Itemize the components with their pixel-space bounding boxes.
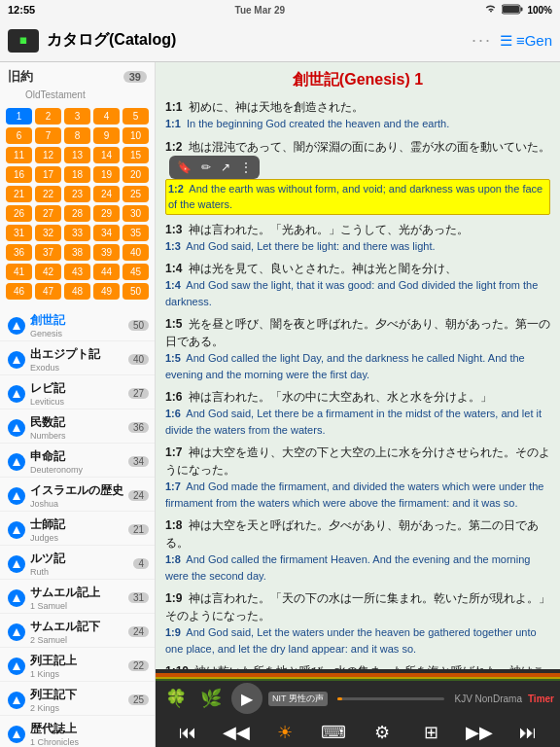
status-date: Tue Mar 29 xyxy=(235,5,286,16)
settings-icon[interactable]: ⚙ xyxy=(368,718,397,747)
chapter-btn-5[interactable]: 5 xyxy=(122,108,149,124)
chapter-btn-9[interactable]: 9 xyxy=(93,127,120,144)
timer-label[interactable]: Timer xyxy=(528,694,554,704)
chapter-btn-43[interactable]: 43 xyxy=(64,264,90,280)
chapter-btn-2[interactable]: 2 xyxy=(35,108,61,124)
book-item-judges[interactable]: 士師記 Judges 21 xyxy=(0,512,155,546)
chapter-btn-27[interactable]: 27 xyxy=(35,205,61,222)
chapter-btn-33[interactable]: 33 xyxy=(64,225,90,241)
chapter-btn-29[interactable]: 29 xyxy=(93,205,120,222)
battery-pct: 100% xyxy=(527,5,552,16)
chapter-btn-37[interactable]: 37 xyxy=(35,244,61,261)
status-time: 12:55 xyxy=(8,4,35,16)
chapter-btn-50[interactable]: 50 xyxy=(122,283,149,300)
chapter-btn-14[interactable]: 14 xyxy=(93,147,120,163)
chapter-btn-19[interactable]: 19 xyxy=(93,166,120,183)
chapter-btn-46[interactable]: 46 xyxy=(6,283,32,300)
book-name: 士師記 xyxy=(30,516,128,533)
book-item-ruth[interactable]: ルツ記 Ruth 4 xyxy=(0,546,155,580)
end-icon[interactable]: ⏭ xyxy=(513,718,542,747)
chapter-btn-36[interactable]: 36 xyxy=(6,244,32,261)
book-item-numbers[interactable]: 民数記 Numbers 36 xyxy=(0,409,155,444)
back-icon[interactable]: ⏮ xyxy=(173,718,202,747)
chapter-btn-25[interactable]: 25 xyxy=(122,186,149,202)
content-scroll[interactable]: 創世記(Genesis) 1 1:1 初めに、神は天地を創造された。 1:1 I… xyxy=(156,62,560,669)
book-icon-2samuel xyxy=(8,623,25,641)
bookmark-btn[interactable]: 🔖 xyxy=(173,158,195,177)
chapter-btn-45[interactable]: 45 xyxy=(122,264,149,280)
sun-icon[interactable]: ☀ xyxy=(270,718,299,747)
verse-1-4: 1:4 神は光を見て、良いとされた。神は光と闇を分け、 1:4 And God … xyxy=(165,260,550,309)
gen-button[interactable]: ☰ ≡Gen xyxy=(500,32,552,50)
rewind-icon[interactable]: ◀◀ xyxy=(222,718,251,747)
chapter-btn-1[interactable]: 1 xyxy=(6,108,32,124)
chapter-btn-38[interactable]: 38 xyxy=(64,244,90,261)
chapter-btn-15[interactable]: 15 xyxy=(122,147,149,163)
chapter-btn-8[interactable]: 8 xyxy=(64,127,90,144)
chapter-btn-44[interactable]: 44 xyxy=(93,264,120,280)
chapter-btn-41[interactable]: 41 xyxy=(6,264,32,280)
chapter-btn-32[interactable]: 32 xyxy=(35,225,61,241)
leaf1-icon[interactable]: 🍀 xyxy=(161,684,191,713)
chapter-btn-18[interactable]: 18 xyxy=(64,166,90,183)
book-item-genesis[interactable]: 創世記 Genesis 50 xyxy=(0,307,155,341)
content-area: 創世記(Genesis) 1 1:1 初めに、神は天地を創造された。 1:1 I… xyxy=(156,62,560,747)
book-item-exodus[interactable]: 出エジプト記 Exodus 40 xyxy=(0,341,155,375)
chapter-btn-30[interactable]: 30 xyxy=(122,205,149,222)
chapter-btn-7[interactable]: 7 xyxy=(35,127,61,144)
book-item-1chronicles[interactable]: 歴代誌上 1 Chronicles xyxy=(0,716,155,747)
chapter-btn-48[interactable]: 48 xyxy=(64,283,90,300)
play-button[interactable]: ▶ xyxy=(231,683,262,714)
chapter-btn-17[interactable]: 17 xyxy=(35,166,61,183)
svg-rect-1 xyxy=(521,7,523,11)
book-sub: Deuteronomy xyxy=(30,465,128,475)
edit-btn[interactable]: ✏ xyxy=(197,158,215,177)
book-item-deuteronomy[interactable]: 申命記 Deuteronomy 34 xyxy=(0,444,155,478)
chapter-btn-23[interactable]: 23 xyxy=(64,186,90,202)
chapter-btn-12[interactable]: 12 xyxy=(35,147,61,163)
book-count: 21 xyxy=(128,524,149,535)
progress-bar[interactable] xyxy=(337,697,445,700)
chapter-btn-42[interactable]: 42 xyxy=(35,264,61,280)
svg-marker-11 xyxy=(13,594,20,602)
chapter-btn-3[interactable]: 3 xyxy=(64,108,90,124)
share-btn[interactable]: ↗ xyxy=(217,158,234,177)
book-item-leviticus[interactable]: レビ記 Leviticus 27 xyxy=(0,375,155,409)
chapter-btn-21[interactable]: 21 xyxy=(6,186,32,202)
dots-menu[interactable]: ··· xyxy=(472,30,492,51)
fast-forward-icon[interactable]: ▶▶ xyxy=(465,718,494,747)
chapter-btn-28[interactable]: 28 xyxy=(64,205,90,222)
chapter-btn-34[interactable]: 34 xyxy=(93,225,120,241)
leaf2-icon[interactable]: 🌿 xyxy=(196,684,226,713)
chapter-btn-47[interactable]: 47 xyxy=(35,283,61,300)
svg-marker-3 xyxy=(13,322,20,330)
chapter-btn-16[interactable]: 16 xyxy=(6,166,32,183)
chapter-btn-39[interactable]: 39 xyxy=(93,244,120,261)
chapter-btn-4[interactable]: 4 xyxy=(93,108,120,124)
chapter-btn-24[interactable]: 24 xyxy=(93,186,120,202)
verse-toolbar[interactable]: 🔖 ✏ ↗ ⋮ xyxy=(169,156,260,179)
keyboard-icon[interactable]: ⌨ xyxy=(319,718,348,747)
chapter-btn-6[interactable]: 6 xyxy=(6,127,32,144)
book-item-2samuel[interactable]: サムエル記下 2 Samuel 24 xyxy=(0,614,155,648)
chapter-btn-40[interactable]: 40 xyxy=(122,244,149,261)
book-item-1samuel[interactable]: サムエル記上 1 Samuel 31 xyxy=(0,580,155,614)
chapter-btn-26[interactable]: 26 xyxy=(6,205,32,222)
book-item-joshua[interactable]: イスラエルの歴史 Joshua 24 xyxy=(0,478,155,512)
chapter-btn-22[interactable]: 22 xyxy=(35,186,61,202)
chapter-btn-20[interactable]: 20 xyxy=(122,166,149,183)
book-name: サムエル記下 xyxy=(30,619,128,635)
book-item-1kings[interactable]: 列王記上 1 Kings 22 xyxy=(0,648,155,682)
grid-icon[interactable]: ⊞ xyxy=(416,718,445,747)
chapter-btn-35[interactable]: 35 xyxy=(122,225,149,241)
chapter-btn-11[interactable]: 11 xyxy=(6,147,32,163)
more-btn[interactable]: ⋮ xyxy=(236,158,256,177)
book-sub: Genesis xyxy=(30,329,128,338)
book-item-2kings[interactable]: 列王記下 2 Kings 25 xyxy=(0,682,155,716)
chapter-btn-10[interactable]: 10 xyxy=(122,127,149,144)
book-name: 歴代誌上 xyxy=(30,721,149,737)
chapter-btn-49[interactable]: 49 xyxy=(93,283,120,300)
chapter-btn-31[interactable]: 31 xyxy=(6,225,32,241)
book-icon-1kings xyxy=(8,658,25,675)
chapter-btn-13[interactable]: 13 xyxy=(64,147,90,163)
